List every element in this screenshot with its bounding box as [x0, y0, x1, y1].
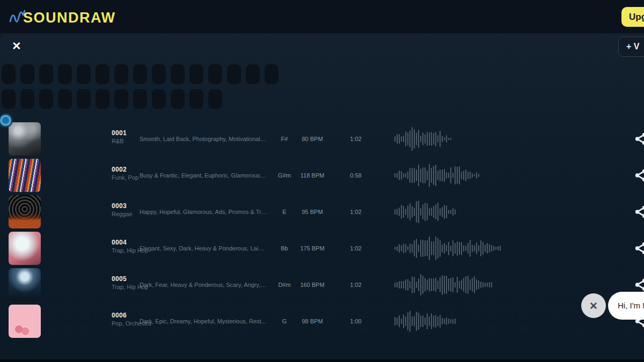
close-icon: ✕: [589, 300, 598, 312]
genre-chip[interactable]: [152, 64, 166, 84]
waveform[interactable]: [394, 198, 456, 225]
logo-text: SOUNDRAW: [23, 10, 116, 26]
track-thumbnail[interactable]: [9, 305, 41, 338]
track-genres: R&B: [112, 138, 124, 144]
genre-chip[interactable]: [39, 89, 53, 109]
track-duration: 1:02: [342, 209, 369, 215]
track-bpm: 80 BPM: [296, 136, 328, 142]
genre-chip-row-2: [2, 89, 644, 109]
close-icon[interactable]: ✕: [12, 40, 21, 51]
track-row[interactable]: 0005 Trap, Hip Hop Dark, Fear, Heavy & P…: [0, 267, 644, 303]
share-icon[interactable]: [634, 168, 644, 182]
share-icon[interactable]: [634, 278, 644, 292]
track-genres: Funk, Pop: [112, 174, 138, 181]
chat-message: Hi, I'm Ne: [618, 301, 644, 310]
track-id: 0005: [112, 275, 127, 283]
genre-chip[interactable]: [58, 89, 72, 109]
track-row[interactable]: 0004 Trap, Hip Hop Elegant, Sexy, Dark, …: [0, 230, 644, 267]
genre-chip[interactable]: [96, 64, 109, 84]
genre-chip[interactable]: [2, 64, 16, 84]
track-duration: 1:02: [342, 282, 369, 288]
genre-chip[interactable]: [171, 89, 185, 109]
track-bpm: 175 BPM: [296, 245, 328, 252]
track-genres: Reggae: [112, 211, 133, 217]
genre-chip[interactable]: [227, 64, 241, 84]
soundraw-logo[interactable]: SOUNDRAW: [9, 8, 116, 28]
chat-close-button[interactable]: ✕: [581, 293, 606, 318]
waveform[interactable]: [394, 271, 492, 298]
track-row[interactable]: 0006 Pop, Orchestra Dark, Epic, Dreamy, …: [0, 303, 644, 339]
track-duration: 1:02: [342, 245, 369, 252]
track-duration: 1:02: [342, 136, 369, 142]
track-description: Smooth, Laid Back, Photography, Motivati…: [140, 136, 267, 142]
genre-chip[interactable]: [171, 64, 185, 84]
waveform[interactable]: [394, 308, 456, 335]
add-video-button[interactable]: + V: [618, 36, 644, 57]
genre-chip[interactable]: [20, 64, 34, 84]
main-nav: [326, 0, 409, 33]
track-duration: 0:58: [342, 172, 369, 179]
track-key: Bb: [271, 245, 298, 252]
waveform[interactable]: [394, 235, 501, 262]
upgrade-button[interactable]: Upg: [621, 7, 644, 27]
waveform[interactable]: [394, 162, 479, 189]
genre-chip[interactable]: [189, 64, 203, 84]
genre-chip[interactable]: [133, 89, 147, 109]
top-nav: SOUNDRAW Upg: [0, 0, 644, 33]
track-description: Elegant, Sexy, Dark, Heavy & Ponderous, …: [140, 245, 267, 252]
bottom-bar: [0, 359, 644, 362]
track-id: 0002: [112, 166, 127, 173]
track-bpm: 98 BPM: [296, 318, 328, 324]
track-key: G#m: [271, 172, 298, 179]
track-bpm: 160 BPM: [296, 282, 328, 288]
genre-chip[interactable]: [114, 64, 128, 84]
genre-chip[interactable]: [246, 64, 260, 84]
genre-chip[interactable]: [20, 89, 34, 109]
track-thumbnail[interactable]: [9, 268, 41, 301]
genre-chip[interactable]: [133, 64, 147, 84]
track-id: 0003: [112, 202, 127, 210]
genre-chip[interactable]: [58, 64, 72, 84]
genre-chip[interactable]: [77, 89, 91, 109]
track-thumbnail[interactable]: [9, 159, 41, 192]
genre-chip[interactable]: [114, 89, 128, 109]
track-id: 0001: [112, 129, 127, 137]
music-browser-panel: ✕ + V 0001 R&B Smooth, Laid Back, Photog…: [0, 33, 644, 362]
share-icon[interactable]: [634, 132, 644, 146]
genre-chip[interactable]: [208, 64, 222, 84]
filter-bar: ✕ + V: [0, 33, 644, 58]
share-icon[interactable]: [634, 241, 644, 255]
track-row[interactable]: 0001 R&B Smooth, Laid Back, Photography,…: [0, 121, 644, 157]
track-row[interactable]: 0002 Funk, Pop Busy & Frantic, Elegant, …: [0, 157, 644, 194]
track-description: Busy & Frantic, Elegant, Euphoric, Glamo…: [140, 172, 267, 179]
track-key: G: [271, 318, 298, 324]
track-key: F#: [271, 136, 298, 142]
genre-chip[interactable]: [2, 89, 16, 109]
track-row[interactable]: 0003 Reggae Happy, Hopeful, Glamorous, A…: [0, 194, 644, 230]
genre-chip[interactable]: [96, 89, 109, 109]
share-icon[interactable]: [634, 205, 644, 219]
genre-chip-rows: [0, 58, 644, 109]
track-description: Dark, Fear, Heavy & Ponderous, Scary, An…: [140, 282, 267, 288]
track-bpm: 95 BPM: [296, 209, 328, 215]
track-thumbnail[interactable]: [9, 195, 41, 228]
genre-chip[interactable]: [77, 64, 91, 84]
genre-chip[interactable]: [152, 89, 166, 109]
track-key: D#m: [271, 282, 298, 288]
track-id: 0004: [112, 239, 127, 246]
genre-chip[interactable]: [265, 64, 279, 84]
track-description: Happy, Hopeful, Glamorous, Ads, Promos &…: [140, 209, 267, 215]
genre-chip[interactable]: [208, 89, 222, 109]
genre-chip-row-1: [2, 64, 644, 84]
track-key: E: [271, 209, 298, 215]
chat-bubble[interactable]: Hi, I'm Ne: [608, 292, 644, 320]
genre-chip[interactable]: [189, 89, 203, 109]
genre-chip[interactable]: [39, 64, 53, 84]
waveform[interactable]: [394, 125, 451, 152]
track-id: 0006: [112, 312, 127, 319]
track-duration: 1:00: [342, 318, 369, 324]
track-description: Dark, Epic, Dreamy, Hopeful, Mysterious,…: [140, 318, 267, 324]
track-list: 0001 R&B Smooth, Laid Back, Photography,…: [0, 121, 644, 339]
track-thumbnail[interactable]: [9, 122, 41, 156]
track-thumbnail[interactable]: [9, 232, 41, 265]
